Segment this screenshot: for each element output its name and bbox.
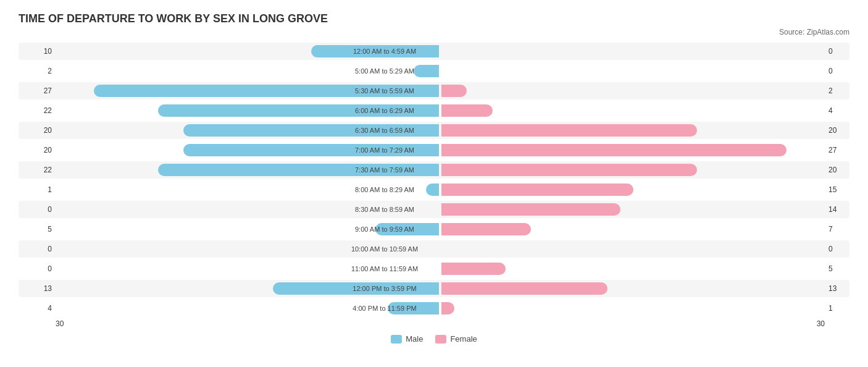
female-bar-wrap [440, 43, 825, 60]
female-legend-label: Female [450, 334, 477, 344]
time-label: 9:00 AM to 9:59 AM [329, 226, 440, 233]
legend-male: Male [391, 334, 423, 344]
female-value: 15 [825, 185, 849, 194]
female-bar-wrap [440, 280, 825, 297]
chart-row: 010:00 AM to 10:59 AM0 [19, 240, 849, 258]
female-bar-wrap [440, 62, 825, 80]
bars-container: 8:00 AM to 8:29 AM [56, 181, 825, 198]
male-value: 0 [19, 245, 56, 253]
chart-row: 18:00 AM to 8:29 AM15 [19, 181, 849, 198]
source-label: Source: ZipAtlas.com [19, 28, 849, 36]
female-bar-wrap [440, 161, 825, 179]
male-value: 13 [19, 284, 56, 293]
chart-title: TIME OF DEPARTURE TO WORK BY SEX IN LONG… [19, 12, 849, 25]
female-bar [441, 282, 607, 295]
time-label: 8:00 AM to 8:29 AM [329, 186, 440, 193]
female-bar [441, 124, 697, 137]
female-bar-wrap [440, 240, 825, 258]
time-label: 6:30 AM to 6:59 AM [329, 127, 440, 134]
male-value: 1 [19, 185, 56, 194]
female-value: 7 [825, 225, 849, 234]
chart-row: 206:30 AM to 6:59 AM20 [19, 122, 849, 139]
female-bar [441, 223, 531, 235]
female-bar [441, 144, 787, 156]
bars-container: 9:00 AM to 9:59 AM [56, 221, 825, 238]
time-label: 6:00 AM to 6:29 AM [329, 107, 440, 114]
legend: Male Female [19, 334, 849, 344]
bars-container: 5:30 AM to 5:59 AM [56, 82, 825, 99]
chart-area: 1012:00 AM to 4:59 AM025:00 AM to 5:29 A… [19, 43, 849, 317]
bars-container: 10:00 AM to 10:59 AM [56, 240, 825, 258]
female-bar [441, 104, 493, 117]
female-bar [441, 164, 697, 176]
chart-row: 59:00 AM to 9:59 AM7 [19, 221, 849, 238]
chart-row: 011:00 AM to 11:59 AM5 [19, 260, 849, 277]
bars-container: 7:30 AM to 7:59 AM [56, 161, 825, 179]
male-value: 20 [19, 126, 56, 135]
bars-container: 4:00 PM to 11:59 PM [56, 300, 825, 317]
male-value: 4 [19, 304, 56, 313]
female-value: 0 [825, 47, 849, 56]
female-value: 20 [825, 166, 849, 174]
bars-container: 12:00 PM to 3:59 PM [56, 280, 825, 297]
time-label: 5:00 AM to 5:29 AM [329, 67, 440, 75]
female-value: 27 [825, 146, 849, 154]
bars-container: 8:30 AM to 8:59 AM [56, 201, 825, 218]
male-legend-label: Male [406, 334, 423, 344]
chart-row: 226:00 AM to 6:29 AM4 [19, 102, 849, 119]
bars-container: 5:00 AM to 5:29 AM [56, 62, 825, 80]
chart-row: 1312:00 PM to 3:59 PM13 [19, 280, 849, 297]
female-value: 1 [825, 304, 849, 313]
time-label: 5:30 AM to 5:59 AM [329, 87, 440, 95]
female-value: 2 [825, 86, 849, 95]
male-legend-box [391, 335, 402, 344]
chart-row: 44:00 PM to 11:59 PM1 [19, 300, 849, 317]
female-bar [441, 85, 467, 97]
female-legend-box [435, 335, 446, 344]
chart-row: 207:00 AM to 7:29 AM27 [19, 141, 849, 159]
time-label: 12:00 PM to 3:59 PM [329, 285, 440, 292]
female-bar [441, 263, 506, 275]
female-value: 20 [825, 126, 849, 135]
female-bar [441, 184, 633, 196]
female-bar [441, 302, 454, 314]
axis-right-label: 30 [817, 319, 825, 328]
bars-container: 11:00 AM to 11:59 AM [56, 260, 825, 277]
male-value: 2 [19, 67, 56, 75]
time-label: 7:00 AM to 7:29 AM [329, 146, 440, 154]
time-label: 8:30 AM to 8:59 AM [329, 206, 440, 213]
female-value: 13 [825, 284, 849, 293]
chart-row: 1012:00 AM to 4:59 AM0 [19, 43, 849, 60]
male-value: 10 [19, 47, 56, 56]
time-label: 10:00 AM to 10:59 AM [329, 245, 440, 253]
female-bar-wrap [440, 122, 825, 139]
time-label: 11:00 AM to 11:59 AM [329, 265, 440, 272]
male-value: 27 [19, 86, 56, 95]
bars-container: 12:00 AM to 4:59 AM [56, 43, 825, 60]
male-value: 0 [19, 264, 56, 273]
male-value: 22 [19, 106, 56, 115]
female-value: 0 [825, 245, 849, 253]
female-bar-wrap [440, 181, 825, 198]
female-value: 5 [825, 264, 849, 273]
time-label: 4:00 PM to 11:59 PM [329, 305, 440, 312]
female-value: 14 [825, 205, 849, 214]
female-bar-wrap [440, 141, 825, 159]
female-value: 0 [825, 67, 849, 75]
chart-row: 227:30 AM to 7:59 AM20 [19, 161, 849, 179]
chart-row: 275:30 AM to 5:59 AM2 [19, 82, 849, 99]
male-value: 0 [19, 205, 56, 214]
time-label: 12:00 AM to 4:59 AM [329, 48, 440, 55]
female-bar-wrap [440, 82, 825, 99]
male-value: 20 [19, 146, 56, 154]
bars-container: 6:00 AM to 6:29 AM [56, 102, 825, 119]
chart-row: 08:30 AM to 8:59 AM14 [19, 201, 849, 218]
time-label: 7:30 AM to 7:59 AM [329, 166, 440, 174]
female-bar-wrap [440, 221, 825, 238]
female-bar-wrap [440, 300, 825, 317]
female-value: 4 [825, 106, 849, 115]
female-bar [441, 203, 620, 216]
female-bar-wrap [440, 102, 825, 119]
bars-container: 7:00 AM to 7:29 AM [56, 141, 825, 159]
legend-female: Female [435, 334, 477, 344]
